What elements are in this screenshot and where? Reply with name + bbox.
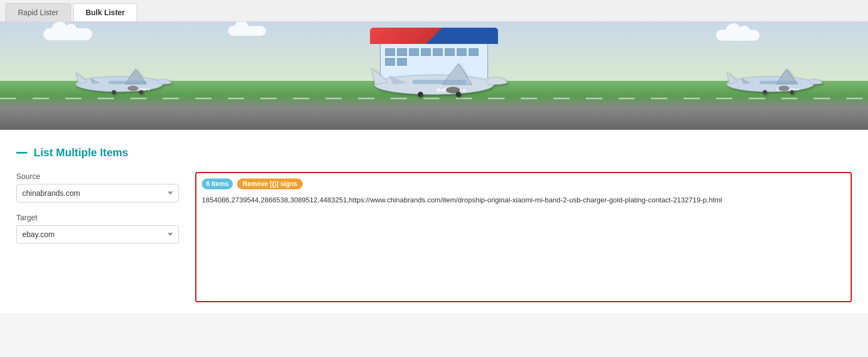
- section-title: List Multiple Items: [16, 146, 852, 159]
- building-roof: [370, 28, 498, 44]
- section-title-text: List Multiple Items: [34, 146, 128, 159]
- source-label: Source: [16, 172, 179, 181]
- svg-point-5: [139, 90, 143, 94]
- banner-image: Bulk Lister ▸ Bulk Lister ▸: [0, 22, 868, 130]
- textarea-content[interactable]: 1854086,2739544,2866538,3089512,4483251,…: [202, 195, 845, 206]
- target-label: Target: [16, 213, 179, 222]
- svg-point-3: [127, 86, 138, 91]
- airplane-left: Bulk Lister ▸: [65, 61, 174, 101]
- svg-rect-1: [108, 81, 146, 84]
- svg-point-11: [456, 92, 461, 97]
- title-dash: [16, 152, 27, 154]
- items-textarea-container: 6 Items Remove [()] signs 1854086,273954…: [195, 172, 852, 302]
- cloud: [716, 30, 760, 41]
- tab-bulk-lister[interactable]: Bulk Lister: [73, 3, 137, 21]
- svg-point-4: [112, 90, 116, 94]
- items-count-badge: 6 Items: [202, 178, 233, 189]
- remove-signs-button[interactable]: Remove [()] signs: [237, 178, 303, 189]
- main-content: List Multiple Items Source chinabrands.c…: [0, 130, 868, 313]
- cloud: [43, 28, 92, 40]
- target-group: Target ebay.com amazon.com shopify.com: [16, 213, 179, 244]
- svg-point-15: [778, 86, 789, 91]
- svg-rect-7: [412, 80, 467, 84]
- form-textarea-row: Source chinabrands.com aliexpress.com am…: [16, 172, 852, 302]
- airplane-right: Bulk Lister ▸: [716, 61, 825, 101]
- tabs-bar: Rapid Lister Bulk Lister: [0, 0, 868, 22]
- form-left: Source chinabrands.com aliexpress.com am…: [16, 172, 179, 254]
- tab-rapid-lister[interactable]: Rapid Lister: [5, 3, 71, 21]
- airplane-center: Bulk Lister ▸: [358, 55, 510, 106]
- svg-point-10: [418, 92, 423, 97]
- target-select[interactable]: ebay.com amazon.com shopify.com: [16, 225, 179, 244]
- svg-point-16: [763, 90, 767, 94]
- source-select[interactable]: chinabrands.com aliexpress.com amazon.co…: [16, 184, 179, 202]
- source-group: Source chinabrands.com aliexpress.com am…: [16, 172, 179, 202]
- cloud: [228, 26, 266, 36]
- textarea-header: 6 Items Remove [()] signs: [202, 178, 845, 189]
- svg-point-17: [790, 90, 794, 94]
- svg-rect-13: [760, 81, 797, 84]
